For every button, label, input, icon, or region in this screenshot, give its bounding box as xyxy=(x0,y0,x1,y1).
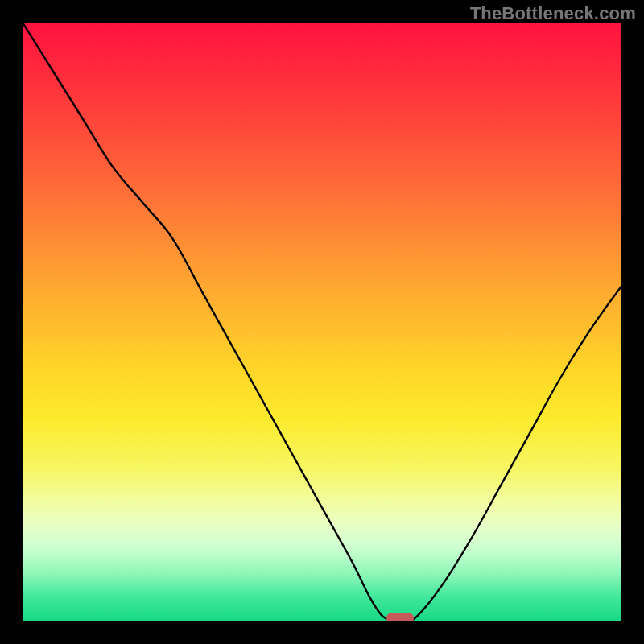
line-chart-svg xyxy=(23,23,621,621)
watermark-text: TheBottleneck.com xyxy=(470,3,636,24)
chart-frame: TheBottleneck.com xyxy=(0,0,644,644)
bottleneck-curve-line xyxy=(23,23,621,621)
optimal-point-marker xyxy=(386,613,414,621)
plot-area xyxy=(23,23,621,621)
